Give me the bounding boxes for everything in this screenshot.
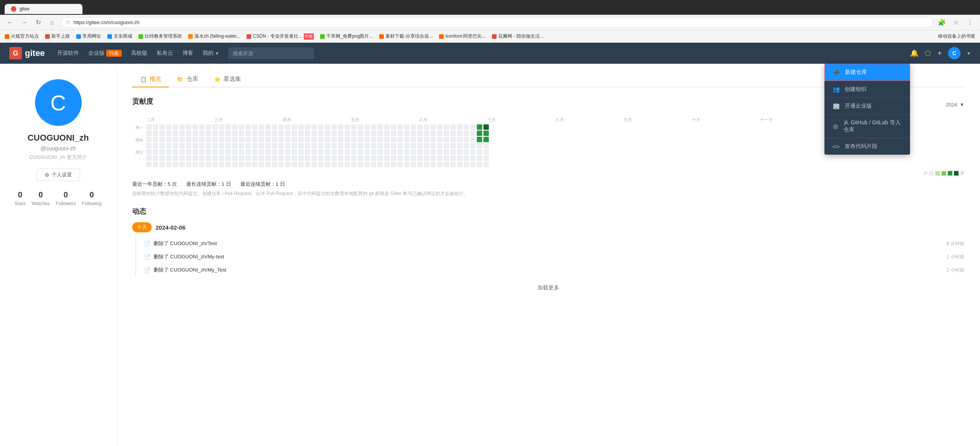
day-cell[interactable]	[397, 131, 403, 136]
day-cell[interactable]	[212, 155, 218, 161]
day-cell[interactable]	[483, 143, 489, 148]
day-cell[interactable]	[259, 124, 264, 130]
day-cell[interactable]	[397, 143, 403, 148]
day-cell[interactable]	[298, 162, 304, 167]
bookmark-item[interactable]: 新手上路	[45, 33, 70, 40]
day-cell[interactable]	[285, 149, 290, 155]
day-cell[interactable]	[298, 131, 304, 136]
day-cell[interactable]	[457, 131, 462, 136]
day-cell[interactable]	[450, 162, 456, 167]
tab-stars[interactable]: ⭐ 星选集	[206, 71, 249, 87]
day-cell[interactable]	[259, 143, 264, 148]
day-cell[interactable]	[391, 162, 396, 167]
day-cell[interactable]	[292, 149, 297, 155]
day-cell[interactable]	[292, 155, 297, 161]
reload-button[interactable]: ↻	[33, 17, 44, 28]
day-cell[interactable]	[192, 124, 198, 130]
day-cell[interactable]	[325, 131, 330, 136]
day-cell[interactable]	[285, 131, 290, 136]
day-cell[interactable]	[259, 149, 264, 155]
day-cell[interactable]	[179, 155, 185, 161]
day-cell[interactable]	[186, 143, 191, 148]
day-cell[interactable]	[378, 155, 383, 161]
day-cell[interactable]	[464, 131, 469, 136]
bookmark-item[interactable]: 千库网_免费png图片...	[320, 33, 373, 40]
day-cell[interactable]	[245, 155, 251, 161]
day-cell[interactable]	[226, 155, 231, 161]
day-cell[interactable]	[470, 137, 476, 142]
day-cell[interactable]	[338, 137, 343, 142]
day-cell[interactable]	[404, 162, 410, 167]
day-cell[interactable]	[305, 162, 310, 167]
day-cell[interactable]	[483, 137, 489, 142]
day-cell[interactable]	[232, 149, 238, 155]
day-cell[interactable]	[364, 124, 370, 130]
day-cell[interactable]	[424, 131, 429, 136]
day-cell[interactable]	[298, 149, 304, 155]
day-cell[interactable]	[477, 162, 482, 167]
day-cell[interactable]	[470, 149, 476, 155]
day-cell[interactable]	[159, 149, 165, 155]
day-cell[interactable]	[450, 137, 456, 142]
day-cell[interactable]	[391, 131, 396, 136]
day-cell[interactable]	[298, 124, 304, 130]
day-cell[interactable]	[219, 162, 224, 167]
day-cell[interactable]	[371, 131, 376, 136]
day-cell[interactable]	[305, 124, 310, 130]
day-cell[interactable]	[483, 155, 489, 161]
day-cell[interactable]	[477, 131, 482, 136]
day-cell[interactable]	[245, 162, 251, 167]
day-cell[interactable]	[206, 131, 211, 136]
day-cell[interactable]	[179, 143, 185, 148]
day-cell[interactable]	[285, 162, 290, 167]
day-cell[interactable]	[245, 143, 251, 148]
stat-followers[interactable]: 0 Followers	[56, 190, 75, 206]
day-cell[interactable]	[305, 149, 310, 155]
day-cell[interactable]	[278, 162, 284, 167]
day-cell[interactable]	[232, 162, 238, 167]
day-cell[interactable]	[265, 149, 271, 155]
day-cell[interactable]	[305, 155, 310, 161]
search-input[interactable]	[228, 47, 314, 59]
day-cell[interactable]	[450, 155, 456, 161]
day-cell[interactable]	[318, 143, 324, 148]
day-cell[interactable]	[424, 143, 429, 148]
day-cell[interactable]	[318, 162, 324, 167]
day-cell[interactable]	[305, 137, 310, 142]
day-cell[interactable]	[325, 137, 330, 142]
day-cell[interactable]	[364, 143, 370, 148]
day-cell[interactable]	[345, 143, 350, 148]
day-cell[interactable]	[206, 124, 211, 130]
day-cell[interactable]	[404, 149, 410, 155]
day-cell[interactable]	[371, 143, 376, 148]
day-cell[interactable]	[358, 143, 363, 148]
day-cell[interactable]	[259, 137, 264, 142]
day-cell[interactable]	[430, 137, 436, 142]
day-cell[interactable]	[411, 124, 416, 130]
day-cell[interactable]	[318, 149, 324, 155]
day-cell[interactable]	[212, 131, 218, 136]
day-cell[interactable]	[159, 131, 165, 136]
day-cell[interactable]	[351, 131, 357, 136]
day-cell[interactable]	[351, 124, 357, 130]
day-cell[interactable]	[219, 155, 224, 161]
day-cell[interactable]	[298, 155, 304, 161]
day-cell[interactable]	[186, 149, 191, 155]
day-cell[interactable]	[245, 131, 251, 136]
day-cell[interactable]	[364, 131, 370, 136]
day-cell[interactable]	[166, 155, 172, 161]
bookmark-item[interactable]: 京东商城	[107, 33, 132, 40]
day-cell[interactable]	[358, 131, 363, 136]
day-cell[interactable]	[265, 137, 271, 142]
day-cell[interactable]	[358, 149, 363, 155]
day-cell[interactable]	[146, 131, 152, 136]
gitee-search[interactable]	[228, 47, 314, 59]
day-cell[interactable]	[199, 149, 205, 155]
day-cell[interactable]	[239, 137, 244, 142]
day-cell[interactable]	[312, 149, 317, 155]
day-cell[interactable]	[477, 155, 482, 161]
dropdown-item-snippet[interactable]: </> 发布代码片段	[824, 138, 910, 155]
day-cell[interactable]	[444, 155, 449, 161]
day-cell[interactable]	[464, 162, 469, 167]
day-cell[interactable]	[384, 131, 390, 136]
